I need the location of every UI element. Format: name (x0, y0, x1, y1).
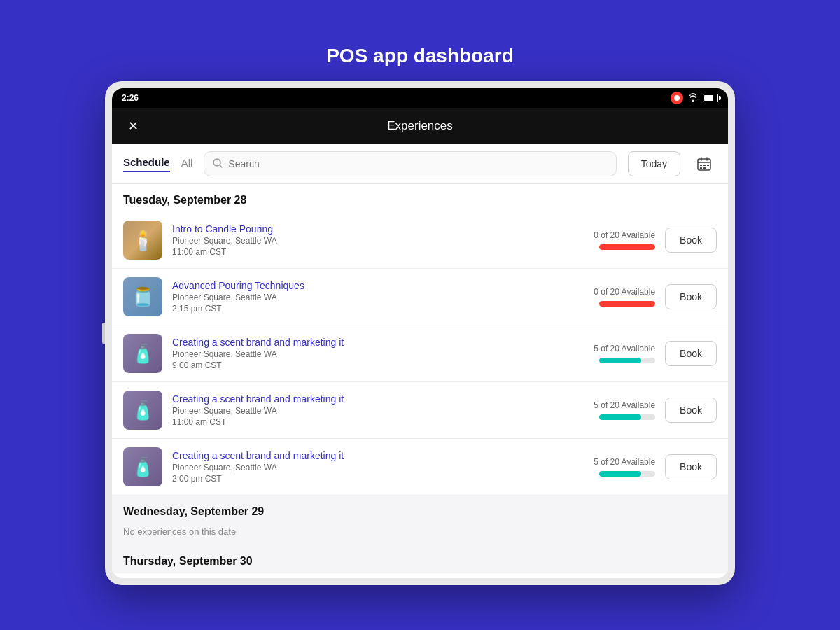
book-button[interactable]: Book (665, 398, 717, 423)
availability-text: 0 of 20 Available (594, 287, 655, 297)
experience-thumbnail (123, 447, 162, 486)
experience-item: Intro to Candle Pouring Pioneer Square, … (112, 212, 728, 269)
experience-name[interactable]: Intro to Candle Pouring (172, 223, 533, 234)
availability-bar (599, 301, 655, 307)
experience-info: Advanced Pouring Techniques Pioneer Squa… (172, 280, 533, 314)
status-icons (671, 92, 718, 104)
book-button[interactable]: Book (665, 227, 717, 253)
experience-location: Pioneer Square, Seattle WA (172, 293, 533, 302)
book-button[interactable]: Book (665, 454, 717, 479)
date-header-thursday: Thursday, September 30 (112, 545, 728, 573)
experience-info: Intro to Candle Pouring Pioneer Square, … (172, 223, 533, 257)
availability-section: 5 of 20 Available (543, 400, 655, 420)
svg-rect-7 (704, 164, 706, 166)
experience-item: Creating a scent brand and marketing it … (112, 326, 728, 382)
availability-fill (599, 358, 641, 363)
experience-location: Pioneer Square, Seattle WA (172, 236, 533, 246)
availability-text: 0 of 20 Available (594, 230, 655, 240)
top-bar: Schedule All Today (112, 144, 728, 184)
svg-rect-8 (707, 164, 709, 166)
calendar-button[interactable] (692, 151, 717, 176)
svg-rect-9 (700, 167, 702, 169)
tab-all[interactable]: All (181, 157, 193, 172)
date-header-wednesday: Wednesday, September 29 (112, 496, 728, 524)
search-icon (213, 158, 223, 170)
experience-name[interactable]: Creating a scent brand and marketing it (172, 337, 533, 348)
close-button[interactable]: ✕ (123, 116, 143, 136)
side-button (102, 323, 105, 344)
experience-name[interactable]: Creating a scent brand and marketing it (172, 450, 533, 461)
page-title: POS app dashboard (326, 45, 514, 67)
availability-text: 5 of 20 Available (594, 457, 655, 467)
book-button[interactable]: Book (665, 284, 717, 309)
date-header-tuesday: Tuesday, September 28 (112, 184, 728, 212)
experience-time: 2:00 pm CST (172, 474, 533, 484)
availability-section: 0 of 20 Available (543, 287, 655, 307)
availability-section: 5 of 20 Available (543, 344, 655, 363)
availability-fill (599, 471, 641, 477)
experience-thumbnail (123, 391, 162, 430)
schedule-content: Tuesday, September 28 Intro to Candle Po… (112, 184, 728, 578)
experience-info: Creating a scent brand and marketing it … (172, 337, 533, 370)
header-title: Experiences (143, 119, 697, 133)
status-time: 2:26 (122, 93, 139, 103)
experience-item: Creating a scent brand and marketing it … (112, 439, 728, 496)
experience-name[interactable]: Creating a scent brand and marketing it (172, 393, 533, 405)
book-button[interactable]: Book (665, 341, 717, 366)
experience-time: 11:00 am CST (172, 247, 533, 257)
search-bar[interactable] (204, 151, 616, 176)
search-input[interactable] (228, 158, 607, 169)
experience-name[interactable]: Advanced Pouring Techniques (172, 280, 533, 291)
availability-bar (599, 414, 655, 420)
experience-location: Pioneer Square, Seattle WA (172, 463, 533, 472)
experience-time: 9:00 am CST (172, 360, 533, 370)
experience-thumbnail (123, 220, 162, 260)
svg-rect-6 (700, 164, 702, 166)
experience-thumbnail (123, 334, 162, 373)
no-experiences-text: No experiences on this date (112, 524, 728, 545)
battery-icon (703, 94, 718, 102)
experience-item: Creating a scent brand and marketing it … (112, 382, 728, 439)
tablet-screen: 2:26 ✕ Experiences (112, 88, 728, 578)
availability-text: 5 of 20 Available (594, 344, 655, 354)
availability-bar (599, 471, 655, 477)
wifi-icon (687, 93, 699, 104)
experience-thumbnail (123, 277, 162, 316)
tablet-frame: 2:26 ✕ Experiences (105, 81, 735, 585)
app-content: Schedule All Today (112, 144, 728, 578)
availability-fill (599, 244, 655, 250)
availability-section: 0 of 20 Available (543, 230, 655, 250)
status-bar: 2:26 (112, 88, 728, 108)
availability-fill (599, 414, 641, 420)
availability-bar (599, 358, 655, 363)
experience-time: 2:15 pm CST (172, 304, 533, 314)
app-header: ✕ Experiences (112, 108, 728, 144)
availability-text: 5 of 20 Available (594, 400, 655, 410)
experience-time: 11:00 am CST (172, 417, 533, 427)
experience-location: Pioneer Square, Seattle WA (172, 349, 533, 359)
svg-rect-10 (704, 167, 706, 169)
today-button[interactable]: Today (628, 151, 680, 176)
svg-line-1 (220, 165, 222, 167)
experience-info: Creating a scent brand and marketing it … (172, 450, 533, 484)
experience-item: Advanced Pouring Techniques Pioneer Squa… (112, 269, 728, 326)
experience-info: Creating a scent brand and marketing it … (172, 393, 533, 427)
record-icon (671, 92, 683, 104)
experience-location: Pioneer Square, Seattle WA (172, 406, 533, 416)
availability-bar (599, 244, 655, 250)
tabs: Schedule All (123, 156, 192, 172)
availability-section: 5 of 20 Available (543, 457, 655, 477)
availability-fill (599, 301, 655, 307)
tab-schedule[interactable]: Schedule (123, 156, 170, 172)
